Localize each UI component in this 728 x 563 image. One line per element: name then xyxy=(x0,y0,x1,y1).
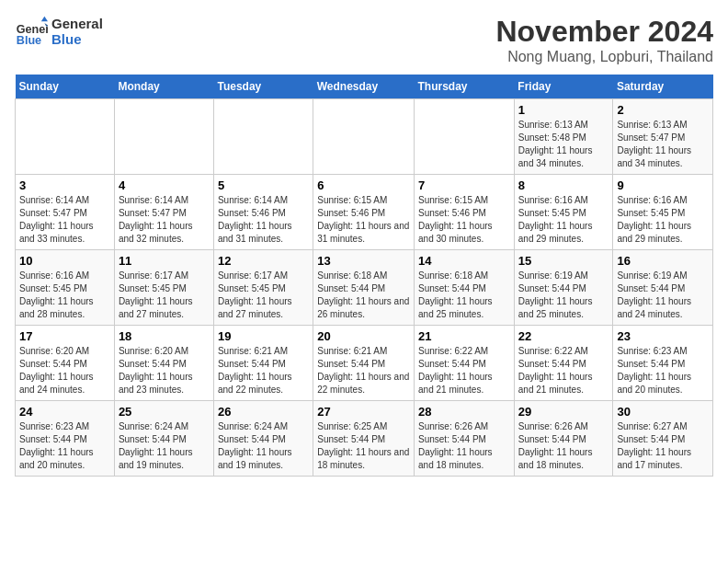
calendar-cell: 19Sunrise: 6:21 AMSunset: 5:44 PMDayligh… xyxy=(213,326,313,401)
logo-line2: Blue xyxy=(51,31,103,47)
day-info: Sunrise: 6:26 AMSunset: 5:44 PMDaylight:… xyxy=(418,420,510,472)
calendar-cell: 27Sunrise: 6:25 AMSunset: 5:44 PMDayligh… xyxy=(313,401,415,477)
calendar-cell: 12Sunrise: 6:17 AMSunset: 5:45 PMDayligh… xyxy=(213,250,313,326)
calendar-header: SundayMondayTuesdayWednesdayThursdayFrid… xyxy=(16,75,713,99)
logo: General Blue General Blue xyxy=(15,15,103,48)
calendar-cell: 29Sunrise: 6:26 AMSunset: 5:44 PMDayligh… xyxy=(514,401,613,477)
day-info: Sunrise: 6:17 AMSunset: 5:45 PMDaylight:… xyxy=(119,270,210,321)
day-number: 4 xyxy=(119,178,210,192)
day-info: Sunrise: 6:14 AMSunset: 5:47 PMDaylight:… xyxy=(19,194,110,246)
calendar-cell: 3Sunrise: 6:14 AMSunset: 5:47 PMDaylight… xyxy=(16,175,115,250)
day-number: 3 xyxy=(19,178,110,192)
calendar-cell: 17Sunrise: 6:20 AMSunset: 5:44 PMDayligh… xyxy=(16,326,115,401)
day-number: 27 xyxy=(317,405,410,419)
day-number: 20 xyxy=(317,329,410,343)
day-number: 30 xyxy=(617,405,709,419)
page-subtitle: Nong Muang, Lopburi, Thailand xyxy=(495,49,713,65)
day-info: Sunrise: 6:16 AMSunset: 5:45 PMDaylight:… xyxy=(19,270,110,321)
header-monday: Monday xyxy=(114,75,213,99)
week-row-1: 3Sunrise: 6:14 AMSunset: 5:47 PMDaylight… xyxy=(16,175,713,250)
day-info: Sunrise: 6:25 AMSunset: 5:44 PMDaylight:… xyxy=(317,420,410,472)
calendar-cell: 26Sunrise: 6:24 AMSunset: 5:44 PMDayligh… xyxy=(213,401,313,477)
day-number: 26 xyxy=(218,405,309,419)
day-number: 21 xyxy=(418,329,510,343)
calendar-cell: 13Sunrise: 6:18 AMSunset: 5:44 PMDayligh… xyxy=(313,250,415,326)
day-number: 1 xyxy=(518,103,609,117)
svg-text:Blue: Blue xyxy=(17,34,41,47)
header-friday: Friday xyxy=(514,75,613,99)
day-number: 23 xyxy=(617,329,709,343)
day-number: 19 xyxy=(218,329,309,343)
calendar-cell: 18Sunrise: 6:20 AMSunset: 5:44 PMDayligh… xyxy=(114,326,213,401)
day-number: 25 xyxy=(119,405,210,419)
calendar-cell: 10Sunrise: 6:16 AMSunset: 5:45 PMDayligh… xyxy=(16,250,115,326)
day-number: 8 xyxy=(518,178,609,192)
calendar-cell: 20Sunrise: 6:21 AMSunset: 5:44 PMDayligh… xyxy=(313,326,415,401)
page-title: November 2024 xyxy=(495,15,713,49)
calendar-cell: 16Sunrise: 6:19 AMSunset: 5:44 PMDayligh… xyxy=(613,250,713,326)
day-number: 24 xyxy=(19,405,110,419)
week-row-3: 17Sunrise: 6:20 AMSunset: 5:44 PMDayligh… xyxy=(16,326,713,401)
calendar-cell: 9Sunrise: 6:16 AMSunset: 5:45 PMDaylight… xyxy=(613,175,713,250)
day-number: 17 xyxy=(19,329,110,343)
day-info: Sunrise: 6:21 AMSunset: 5:44 PMDaylight:… xyxy=(218,345,309,396)
day-info: Sunrise: 6:18 AMSunset: 5:44 PMDaylight:… xyxy=(317,270,410,321)
day-number: 10 xyxy=(19,254,110,268)
calendar-cell xyxy=(313,99,415,175)
calendar-cell xyxy=(213,99,313,175)
svg-marker-2 xyxy=(41,17,48,21)
day-number: 28 xyxy=(418,405,510,419)
calendar-cell: 4Sunrise: 6:14 AMSunset: 5:47 PMDaylight… xyxy=(114,175,213,250)
day-info: Sunrise: 6:14 AMSunset: 5:46 PMDaylight:… xyxy=(218,194,309,246)
day-info: Sunrise: 6:27 AMSunset: 5:44 PMDaylight:… xyxy=(617,420,709,472)
calendar-cell: 15Sunrise: 6:19 AMSunset: 5:44 PMDayligh… xyxy=(514,250,613,326)
day-info: Sunrise: 6:22 AMSunset: 5:44 PMDaylight:… xyxy=(518,345,609,396)
day-info: Sunrise: 6:15 AMSunset: 5:46 PMDaylight:… xyxy=(418,194,510,246)
calendar-cell: 25Sunrise: 6:24 AMSunset: 5:44 PMDayligh… xyxy=(114,401,213,477)
day-number: 18 xyxy=(119,329,210,343)
day-info: Sunrise: 6:15 AMSunset: 5:46 PMDaylight:… xyxy=(317,194,410,246)
day-info: Sunrise: 6:19 AMSunset: 5:44 PMDaylight:… xyxy=(617,270,709,321)
day-number: 2 xyxy=(617,103,709,117)
header: General Blue General Blue November 2024 … xyxy=(15,15,713,65)
calendar-table: SundayMondayTuesdayWednesdayThursdayFrid… xyxy=(15,75,713,477)
week-row-2: 10Sunrise: 6:16 AMSunset: 5:45 PMDayligh… xyxy=(16,250,713,326)
day-number: 22 xyxy=(518,329,609,343)
calendar-cell: 23Sunrise: 6:23 AMSunset: 5:44 PMDayligh… xyxy=(613,326,713,401)
logo-line1: General xyxy=(51,16,103,31)
header-sunday: Sunday xyxy=(16,75,115,99)
calendar-cell: 11Sunrise: 6:17 AMSunset: 5:45 PMDayligh… xyxy=(114,250,213,326)
day-info: Sunrise: 6:23 AMSunset: 5:44 PMDaylight:… xyxy=(617,345,709,396)
calendar-cell: 1Sunrise: 6:13 AMSunset: 5:48 PMDaylight… xyxy=(514,99,613,175)
day-info: Sunrise: 6:23 AMSunset: 5:44 PMDaylight:… xyxy=(19,420,110,472)
day-info: Sunrise: 6:16 AMSunset: 5:45 PMDaylight:… xyxy=(518,194,609,246)
calendar-cell: 24Sunrise: 6:23 AMSunset: 5:44 PMDayligh… xyxy=(16,401,115,477)
day-info: Sunrise: 6:13 AMSunset: 5:48 PMDaylight:… xyxy=(518,119,609,170)
day-info: Sunrise: 6:13 AMSunset: 5:47 PMDaylight:… xyxy=(617,119,709,170)
day-info: Sunrise: 6:20 AMSunset: 5:44 PMDaylight:… xyxy=(119,345,210,396)
calendar-cell xyxy=(114,99,213,175)
calendar-cell: 30Sunrise: 6:27 AMSunset: 5:44 PMDayligh… xyxy=(613,401,713,477)
header-saturday: Saturday xyxy=(613,75,713,99)
week-row-0: 1Sunrise: 6:13 AMSunset: 5:48 PMDaylight… xyxy=(16,99,713,175)
day-info: Sunrise: 6:18 AMSunset: 5:44 PMDaylight:… xyxy=(418,270,510,321)
day-number: 14 xyxy=(418,254,510,268)
day-info: Sunrise: 6:22 AMSunset: 5:44 PMDaylight:… xyxy=(418,345,510,396)
day-info: Sunrise: 6:21 AMSunset: 5:44 PMDaylight:… xyxy=(317,345,410,396)
calendar-cell: 2Sunrise: 6:13 AMSunset: 5:47 PMDaylight… xyxy=(613,99,713,175)
day-info: Sunrise: 6:24 AMSunset: 5:44 PMDaylight:… xyxy=(119,420,210,472)
day-info: Sunrise: 6:19 AMSunset: 5:44 PMDaylight:… xyxy=(518,270,609,321)
day-info: Sunrise: 6:17 AMSunset: 5:45 PMDaylight:… xyxy=(218,270,309,321)
calendar-cell: 8Sunrise: 6:16 AMSunset: 5:45 PMDaylight… xyxy=(514,175,613,250)
week-row-4: 24Sunrise: 6:23 AMSunset: 5:44 PMDayligh… xyxy=(16,401,713,477)
header-wednesday: Wednesday xyxy=(313,75,415,99)
day-info: Sunrise: 6:14 AMSunset: 5:47 PMDaylight:… xyxy=(119,194,210,246)
day-number: 15 xyxy=(518,254,609,268)
day-number: 5 xyxy=(218,178,309,192)
calendar-cell: 22Sunrise: 6:22 AMSunset: 5:44 PMDayligh… xyxy=(514,326,613,401)
day-info: Sunrise: 6:20 AMSunset: 5:44 PMDaylight:… xyxy=(19,345,110,396)
calendar-cell: 7Sunrise: 6:15 AMSunset: 5:46 PMDaylight… xyxy=(415,175,515,250)
day-number: 9 xyxy=(617,178,709,192)
day-info: Sunrise: 6:24 AMSunset: 5:44 PMDaylight:… xyxy=(218,420,309,472)
day-number: 13 xyxy=(317,254,410,268)
